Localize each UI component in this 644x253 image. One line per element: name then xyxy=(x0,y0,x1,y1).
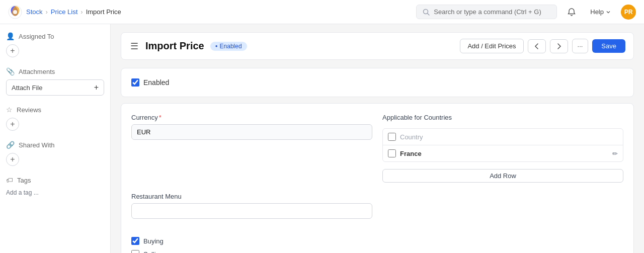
main-content: ☰ Import Price Enabled Add / Edit Prices… xyxy=(111,24,644,253)
chevron-left-icon xyxy=(533,43,540,50)
help-button[interactable]: Help xyxy=(586,5,615,19)
enabled-row: Enabled xyxy=(131,78,623,87)
add-edit-prices-button[interactable]: Add / Edit Prices xyxy=(460,39,523,53)
app-body: 👤 Assigned To + 📎 Attachments Attach Fil… xyxy=(0,24,644,253)
currency-required: * xyxy=(159,114,162,121)
app-logo xyxy=(8,5,22,19)
breadcrumb-current: Import Price xyxy=(86,8,121,16)
nav-right: Search or type a command (Ctrl + G) Help… xyxy=(416,5,636,20)
restaurant-menu-label: Restaurant Menu xyxy=(131,193,372,200)
reviews-add-button[interactable]: + xyxy=(6,118,19,131)
attach-file-label: Attach File xyxy=(12,84,42,92)
reviews-label: Reviews xyxy=(17,106,41,114)
main-form-card: Currency* EUR Applicable for Countries C… xyxy=(121,103,634,253)
breadcrumb-sep-1: › xyxy=(46,8,48,16)
save-button[interactable]: Save xyxy=(592,39,625,53)
next-button[interactable] xyxy=(550,39,568,53)
restaurant-menu-input[interactable] xyxy=(131,203,372,219)
assigned-to-add-button[interactable]: + xyxy=(6,44,19,57)
header-actions: Add / Edit Prices ··· Save xyxy=(460,39,625,53)
assigned-to-header: 👤 Assigned To xyxy=(6,32,104,40)
currency-group: Currency* EUR xyxy=(131,114,372,183)
bell-icon xyxy=(567,8,576,17)
sidebar: 👤 Assigned To + 📎 Attachments Attach Fil… xyxy=(0,24,111,253)
paperclip-icon: 📎 xyxy=(6,67,15,75)
shared-with-header: 🔗 Shared With xyxy=(6,141,104,149)
currency-label: Currency* xyxy=(131,114,372,121)
enabled-badge: Enabled xyxy=(210,42,247,51)
table-row: France ✏ xyxy=(383,145,623,161)
search-placeholder-text: Search or type a command (Ctrl + G) xyxy=(434,8,541,16)
enabled-checkbox[interactable] xyxy=(131,78,139,87)
checkboxes-section: Buying Selling Price Not UOM Dependent xyxy=(131,229,623,253)
form-grid: Currency* EUR Applicable for Countries C… xyxy=(131,114,623,253)
breadcrumb: Stock › Price List › Import Price xyxy=(26,8,121,16)
shared-with-add-button[interactable]: + xyxy=(6,153,19,166)
attachments-label: Attachments xyxy=(19,68,55,75)
breadcrumb-price-list[interactable]: Price List xyxy=(51,8,77,16)
top-nav: Stock › Price List › Import Price Search… xyxy=(0,0,644,24)
countries-header-row: Country xyxy=(383,129,623,145)
search-icon xyxy=(423,9,430,16)
country-name: France xyxy=(400,150,608,157)
breadcrumb-stock[interactable]: Stock xyxy=(26,8,43,16)
enabled-card: Enabled xyxy=(121,68,634,97)
countries-group: Applicable for Countries Country France … xyxy=(382,114,623,183)
avatar[interactable]: PR xyxy=(621,5,636,20)
sidebar-section-reviews: ☆ Reviews + xyxy=(6,106,104,131)
assigned-to-label: Assigned To xyxy=(19,33,54,40)
tags-label: Tags xyxy=(17,177,31,184)
reviews-header: ☆ Reviews xyxy=(6,106,104,114)
tag-icon: 🏷 xyxy=(6,176,13,184)
countries-column-header: Country xyxy=(400,133,618,141)
countries-table: Country France ✏ xyxy=(382,128,623,162)
attach-file-button[interactable]: Attach File + xyxy=(6,79,104,96)
buying-checkbox[interactable] xyxy=(131,237,139,245)
add-tag-link[interactable]: Add a tag ... xyxy=(6,189,39,196)
search-bar[interactable]: Search or type a command (Ctrl + G) xyxy=(416,5,557,19)
breadcrumb-sep-2: › xyxy=(80,8,83,16)
selling-row: Selling xyxy=(131,250,623,253)
chevron-right-icon xyxy=(555,43,562,50)
more-options-button[interactable]: ··· xyxy=(572,39,589,53)
notifications-button[interactable] xyxy=(563,5,580,20)
share-icon: 🔗 xyxy=(6,141,15,149)
sidebar-section-assigned-to: 👤 Assigned To + xyxy=(6,32,104,57)
star-icon: ☆ xyxy=(6,106,13,114)
shared-with-label: Shared With xyxy=(19,141,55,149)
help-label: Help xyxy=(590,8,604,16)
restaurant-menu-group: Restaurant Menu xyxy=(131,193,372,219)
sidebar-section-shared-with: 🔗 Shared With + xyxy=(6,141,104,166)
enabled-label[interactable]: Enabled xyxy=(143,78,169,87)
currency-value: EUR xyxy=(131,124,372,140)
user-icon: 👤 xyxy=(6,32,15,40)
tags-header: 🏷 Tags xyxy=(6,176,104,184)
attachments-header: 📎 Attachments xyxy=(6,67,104,75)
edit-country-icon[interactable]: ✏ xyxy=(612,150,618,157)
page-title: Import Price xyxy=(145,40,204,52)
add-row-button[interactable]: Add Row xyxy=(382,169,623,183)
sidebar-section-attachments: 📎 Attachments Attach File + xyxy=(6,67,104,96)
buying-row: Buying xyxy=(131,237,623,245)
page-header: ☰ Import Price Enabled Add / Edit Prices… xyxy=(121,32,634,60)
chevron-down-icon xyxy=(606,10,611,15)
hamburger-button[interactable]: ☰ xyxy=(129,40,139,53)
selling-label[interactable]: Selling xyxy=(143,250,163,254)
svg-line-3 xyxy=(428,13,430,15)
attach-plus-icon: + xyxy=(94,83,99,92)
countries-select-all-checkbox[interactable] xyxy=(388,133,396,141)
countries-label: Applicable for Countries xyxy=(382,114,623,121)
country-row-checkbox[interactable] xyxy=(388,149,396,157)
svg-point-1 xyxy=(13,10,17,14)
buying-label[interactable]: Buying xyxy=(143,237,164,245)
prev-button[interactable] xyxy=(528,39,546,53)
checkboxes-group: Buying Selling Price Not UOM Dependent xyxy=(131,237,623,253)
sidebar-section-tags: 🏷 Tags Add a tag ... xyxy=(6,176,104,196)
selling-checkbox[interactable] xyxy=(131,250,139,253)
